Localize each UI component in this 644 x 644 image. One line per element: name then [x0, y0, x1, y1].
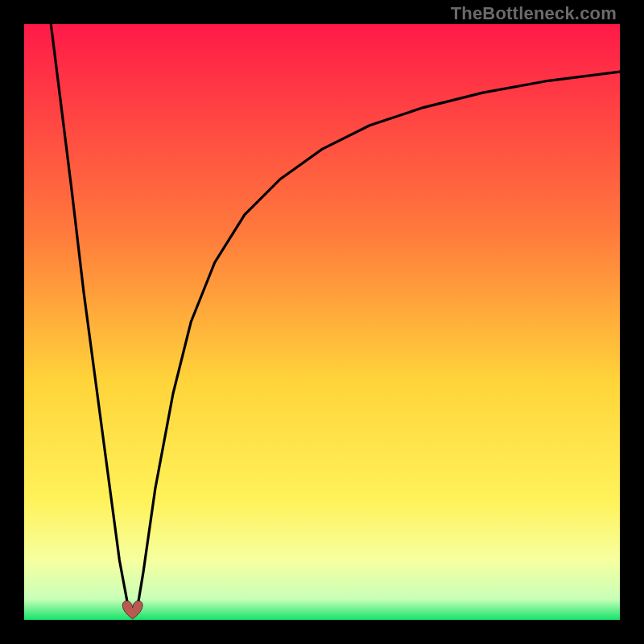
heart-icon	[122, 601, 142, 618]
chart-frame: TheBottleneck.com	[0, 0, 644, 644]
chart-plot	[24, 24, 620, 620]
plot-area	[24, 24, 620, 620]
series-left-branch	[51, 24, 128, 608]
series-right-branch	[138, 72, 620, 608]
watermark-text: TheBottleneck.com	[451, 3, 617, 24]
